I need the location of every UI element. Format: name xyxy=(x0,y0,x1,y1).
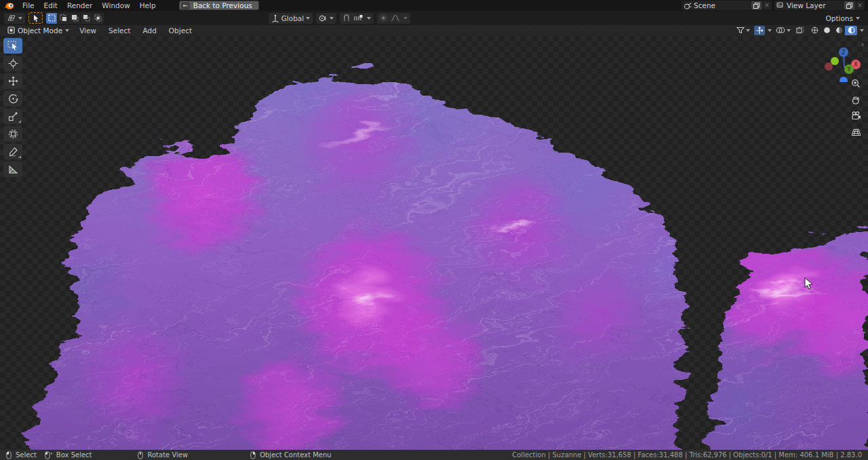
viewport-menu-select[interactable]: Select xyxy=(103,25,136,36)
gizmo-x-neg-axis[interactable] xyxy=(825,62,833,71)
overlays-toggle[interactable] xyxy=(774,26,792,35)
gizmo-z-label: Z xyxy=(842,50,846,56)
sidebar-toggle-icon[interactable]: ‹ xyxy=(861,40,864,49)
viewport-menu-view[interactable]: View xyxy=(74,25,102,36)
toolbar xyxy=(3,38,22,177)
move-view-hand-icon[interactable] xyxy=(849,94,863,105)
scene-statistics: Collection | Suzanne | Verts:31,658 | Fa… xyxy=(512,451,862,459)
gizmos-toggle[interactable] xyxy=(754,26,765,35)
blender-logo-icon[interactable] xyxy=(3,1,15,10)
keymap-rotate-view: Rotate View xyxy=(138,451,188,459)
cursor-icon xyxy=(8,58,18,69)
orientation-axes-icon xyxy=(271,14,279,22)
active-tool-indicator[interactable] xyxy=(28,12,43,24)
gizmo-icon xyxy=(755,26,764,35)
mouse-left-drag-icon xyxy=(45,451,52,459)
chevron-down-icon[interactable] xyxy=(768,29,772,32)
menu-help[interactable]: Help xyxy=(135,0,161,11)
tool-cursor[interactable] xyxy=(3,56,22,71)
scene-icon xyxy=(684,2,692,9)
menu-window[interactable]: Window xyxy=(97,0,134,11)
back-to-previous-label: Back to Previous xyxy=(193,1,252,9)
viewport-menu-add[interactable]: Add xyxy=(137,25,161,36)
select-mode-subtract[interactable] xyxy=(69,13,81,24)
view-layer-name: View Layer xyxy=(787,1,842,9)
gizmo-y-neg-axis[interactable] xyxy=(831,57,839,65)
snap-target-icon[interactable] xyxy=(354,14,363,22)
keymap-context-menu: Object Context Menu xyxy=(250,451,332,459)
tool-select-box[interactable] xyxy=(3,38,22,54)
menu-file[interactable]: File xyxy=(18,0,39,11)
select-cursor-icon xyxy=(32,14,40,22)
proportional-edit-icon[interactable] xyxy=(380,14,387,22)
options-dropdown[interactable]: Options xyxy=(821,14,864,22)
xray-icon xyxy=(796,26,804,34)
menu-edit[interactable]: Edit xyxy=(39,0,62,11)
gizmo-x-label: X xyxy=(854,62,858,68)
view-layer-icon xyxy=(776,2,785,9)
select-mode-extend[interactable] xyxy=(58,13,69,24)
viewport-header: Object Mode View Select Add Object xyxy=(0,25,868,35)
gizmo-z-neg-axis[interactable] xyxy=(840,77,848,82)
mode-dropdown[interactable]: Object Mode xyxy=(4,26,73,35)
shading-wireframe-button[interactable] xyxy=(808,26,821,35)
orthographic-toggle-icon[interactable] xyxy=(849,126,863,138)
select-box-icon xyxy=(7,41,18,51)
select-mode-intersect[interactable] xyxy=(92,13,104,24)
chevron-down-icon xyxy=(787,29,791,32)
zoom-icon[interactable] xyxy=(849,77,863,89)
new-view-layer-icon[interactable] xyxy=(844,1,854,9)
viewport-canvas[interactable]: Object Mode View Select Add Object xyxy=(0,25,868,450)
pivot-point-dropdown[interactable] xyxy=(316,13,336,24)
keymap-context-menu-label: Object Context Menu xyxy=(260,451,332,459)
transform-settings-group: Global xyxy=(269,13,411,24)
camera-view-icon[interactable] xyxy=(849,110,863,121)
menu-render[interactable]: Render xyxy=(62,0,97,11)
tool-rotate[interactable] xyxy=(3,91,22,107)
mouse-right-icon xyxy=(250,451,256,459)
tool-transform[interactable] xyxy=(3,126,22,142)
keymap-box-select-label: Box Select xyxy=(56,451,92,459)
remove-view-layer-icon[interactable]: × xyxy=(856,1,863,10)
chevron-down-icon xyxy=(65,29,69,32)
view-layer-selector[interactable]: View Layer × xyxy=(774,1,865,10)
keymap-select-label: Select xyxy=(16,451,37,459)
snap-magnet-icon[interactable] xyxy=(342,14,351,22)
select-mode-invert[interactable] xyxy=(81,13,92,24)
viewport-editor-icon xyxy=(7,14,16,22)
measure-icon xyxy=(8,164,18,174)
object-visibility-dropdown[interactable] xyxy=(735,26,751,35)
transform-orientation-dropdown[interactable]: Global xyxy=(269,13,313,24)
status-bar: Select Box Select Rotate View Object Con… xyxy=(0,450,868,460)
xray-toggle[interactable] xyxy=(795,26,806,35)
back-arrow-icon: ← xyxy=(181,2,190,9)
tool-measure[interactable] xyxy=(3,161,22,177)
overlays-icon xyxy=(776,26,785,34)
back-to-previous-button[interactable]: ← Back to Previous xyxy=(179,1,259,10)
visibility-filter-icon xyxy=(736,26,745,34)
tool-annotate[interactable] xyxy=(3,144,22,159)
orientation-value: Global xyxy=(281,14,304,22)
mouse-left-icon xyxy=(6,451,12,459)
unlink-scene-icon[interactable]: × xyxy=(764,1,770,10)
chevron-down-icon[interactable] xyxy=(860,29,864,32)
viewport-nav-controls xyxy=(849,77,863,138)
scene-name: Scene xyxy=(694,1,749,9)
falloff-curve-icon[interactable] xyxy=(391,14,400,22)
move-icon xyxy=(8,76,18,86)
chevron-down-icon xyxy=(306,17,310,20)
tool-scale[interactable] xyxy=(3,109,22,124)
select-mode-set[interactable] xyxy=(46,13,58,24)
chevron-down-icon xyxy=(18,17,22,20)
editor-type-selector[interactable] xyxy=(4,13,25,24)
tool-move[interactable] xyxy=(3,73,22,89)
rotate-icon xyxy=(8,94,18,104)
select-mode-group xyxy=(46,13,104,24)
scene-selector[interactable]: Scene × xyxy=(682,1,772,10)
rendered-fur-object xyxy=(0,25,868,450)
snap-group xyxy=(340,13,374,24)
new-scene-icon[interactable] xyxy=(751,1,762,9)
proportional-edit-group xyxy=(377,13,410,24)
chevron-down-icon xyxy=(856,17,860,20)
viewport-menu-object[interactable]: Object xyxy=(163,25,197,36)
